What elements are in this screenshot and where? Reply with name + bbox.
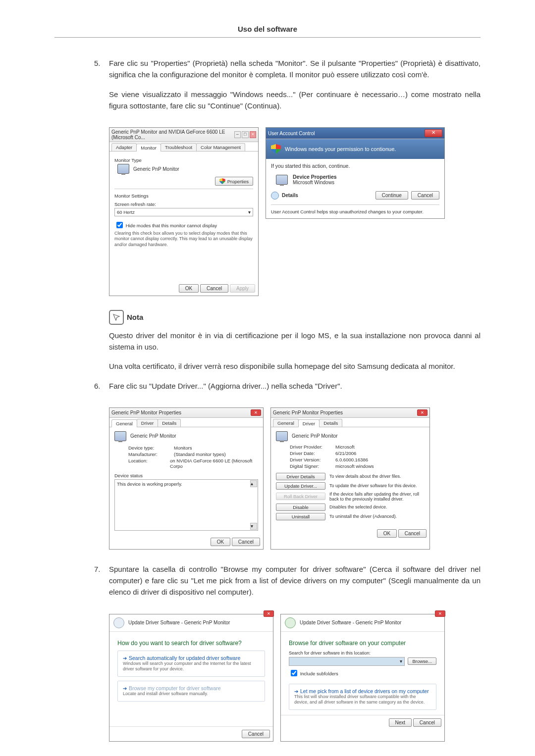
option-search-automatically[interactable]: ➔Search automatically for updated driver… <box>117 651 265 677</box>
label-device-type: Device type: <box>128 445 174 451</box>
page-title: Uso del software <box>54 25 481 38</box>
scroll-up[interactable]: ▴ <box>250 480 257 487</box>
monitor-settings-label: Monitor Settings <box>114 193 253 199</box>
minimize-button[interactable]: – <box>234 131 241 138</box>
include-subfolders-checkbox[interactable]: Include subfolders <box>289 671 338 676</box>
arrow-icon: ➔ <box>123 655 127 661</box>
tab-adapter[interactable]: Adapter <box>111 143 137 151</box>
wizard-header: Update Driver Software - Generic PnP Mon… <box>109 614 273 632</box>
cancel-button[interactable]: Cancel <box>398 529 427 538</box>
scroll-down[interactable]: ▾ <box>250 523 257 530</box>
arrow-icon: ➔ <box>123 686 127 691</box>
location-combobox[interactable]: ▾ <box>289 657 405 666</box>
chevron-down-icon: ▾ <box>248 209 251 215</box>
refresh-rate-select[interactable]: 60 Hertz▾ <box>114 208 253 216</box>
tab-details[interactable]: Details <box>319 419 342 427</box>
dialog-device-general: Generic PnP Monitor Properties ✕ General… <box>109 407 264 550</box>
back-button[interactable] <box>285 617 296 628</box>
cancel-button[interactable]: Cancel <box>200 284 228 293</box>
wizard-header: Update Driver Software - Generic PnP Mon… <box>281 614 444 632</box>
value-manufacturer: (Standard monitor types) <box>174 452 226 457</box>
refresh-rate-value: 60 Hertz <box>117 209 135 215</box>
monitor-type-label: Monitor Type <box>114 157 253 163</box>
window-title: Generic PnP Monitor Properties <box>273 410 343 415</box>
device-status-text: This device is working properly. <box>117 481 182 487</box>
properties-button[interactable]: Properties <box>215 177 253 186</box>
uninstall-button[interactable]: Uninstall <box>276 513 325 520</box>
cancel-button[interactable]: Cancel <box>411 191 439 200</box>
properties-button-label: Properties <box>227 179 249 184</box>
update-driver-button[interactable]: Update Driver... <box>276 482 325 490</box>
cancel-button[interactable]: Cancel <box>413 718 441 727</box>
include-subfolders-label: Include subfolders <box>300 671 338 676</box>
tab-details[interactable]: Details <box>158 419 181 427</box>
chevron-down-icon: ▾ <box>400 658 402 664</box>
dialog-uac: User Account Control ✕ Windows needs you… <box>266 127 445 219</box>
note-para-1: Questo driver del monitor è in via di ce… <box>109 330 481 353</box>
close-button[interactable]: × <box>250 131 256 138</box>
tab-monitor[interactable]: Monitor <box>136 144 161 151</box>
close-button[interactable]: ✕ <box>425 129 442 137</box>
disable-button[interactable]: Disable <box>276 504 325 511</box>
titlebar: Generic PnP Monitor Properties ✕ <box>109 408 263 418</box>
chevron-down-icon[interactable] <box>271 192 279 200</box>
tab-driver[interactable]: Driver <box>298 419 320 427</box>
step-6-para-1: Fare clic su "Update Driver..." (Aggiorn… <box>109 380 481 392</box>
dialog-device-driver: Generic PnP Monitor Properties ✕ General… <box>270 407 430 550</box>
hide-modes-checkbox[interactable]: Hide modes that this monitor cannot disp… <box>114 223 217 228</box>
next-button[interactable]: Next <box>389 718 412 727</box>
step-5-para-1: Fare clic su "Properties" (Proprietà) ne… <box>109 57 481 81</box>
back-button[interactable] <box>113 617 124 628</box>
close-button[interactable]: ✕ <box>435 610 445 617</box>
device-name: Generic PnP Monitor <box>130 433 176 439</box>
monitor-icon <box>114 431 126 441</box>
arrow-icon: ➔ <box>294 689 298 694</box>
label-manufacturer: Manufacturer: <box>128 452 174 457</box>
ok-button[interactable]: OK <box>211 538 230 546</box>
ok-button[interactable]: OK <box>377 529 397 538</box>
option-description: This list will show installed driver sof… <box>294 694 431 706</box>
device-status-label: Device status <box>114 473 258 478</box>
close-button[interactable]: ✕ <box>264 610 274 617</box>
tab-general[interactable]: General <box>111 419 137 427</box>
cancel-button[interactable]: Cancel <box>242 730 270 738</box>
tab-troubleshoot[interactable]: Troubleshoot <box>160 143 197 151</box>
step-number: 7. <box>94 563 109 606</box>
wizard-heading: Browse for driver software on your compu… <box>289 640 436 647</box>
rollback-driver-desc: If the device fails after updating the d… <box>329 492 425 502</box>
wizard-browse: ✕ Update Driver Software - Generic PnP M… <box>280 614 445 742</box>
window-title: User Account Control <box>268 131 315 136</box>
driver-details-button[interactable]: Driver Details <box>276 473 325 480</box>
tab-driver[interactable]: Driver <box>137 419 158 427</box>
titlebar: User Account Control ✕ <box>266 128 444 139</box>
label-driver-version: Driver Version: <box>290 457 335 462</box>
tab-color-management[interactable]: Color Management <box>196 143 245 151</box>
uac-item-publisher: Microsoft Windows <box>293 180 337 185</box>
ok-button[interactable]: OK <box>179 284 199 293</box>
apply-button[interactable]: Apply <box>230 284 255 293</box>
breadcrumb: Update Driver Software - Generic PnP Mon… <box>300 620 401 625</box>
tab-general[interactable]: General <box>273 419 299 427</box>
uac-footer: User Account Control helps stop unauthor… <box>271 209 439 214</box>
tab-row: Adapter Monitor Troubleshoot Color Manag… <box>109 142 258 151</box>
details-toggle[interactable]: Details <box>282 193 298 198</box>
cancel-button[interactable]: Cancel <box>232 538 260 546</box>
browse-button[interactable]: Browse... <box>408 657 436 665</box>
maximize-button[interactable]: □ <box>242 131 248 138</box>
option-browse-computer[interactable]: ➔Browse my computer for driver software … <box>117 681 265 702</box>
step-7-para-1: Spuntare la casella di controllo "Browse… <box>109 563 481 598</box>
window-title: Generic PnP Monitor Properties <box>111 410 181 415</box>
rollback-driver-button[interactable]: Roll Back Driver <box>276 493 325 500</box>
close-button[interactable]: ✕ <box>417 409 428 416</box>
close-button[interactable]: ✕ <box>251 409 261 416</box>
monitor-icon <box>276 431 288 441</box>
uninstall-desc: To uninstall the driver (Advanced). <box>329 514 425 519</box>
driver-details-desc: To view details about the driver files. <box>329 474 425 479</box>
label-driver-provider: Driver Provider: <box>290 444 335 450</box>
shield-icon <box>219 178 225 184</box>
option-title: Browse my computer for driver software <box>129 685 221 691</box>
location-label: Search for driver software in this locat… <box>289 651 436 655</box>
continue-button[interactable]: Continue <box>375 191 408 200</box>
uac-started-text: If you started this action, continue. <box>271 163 439 169</box>
option-pick-from-list[interactable]: ➔Let me pick from a list of device drive… <box>289 684 436 710</box>
